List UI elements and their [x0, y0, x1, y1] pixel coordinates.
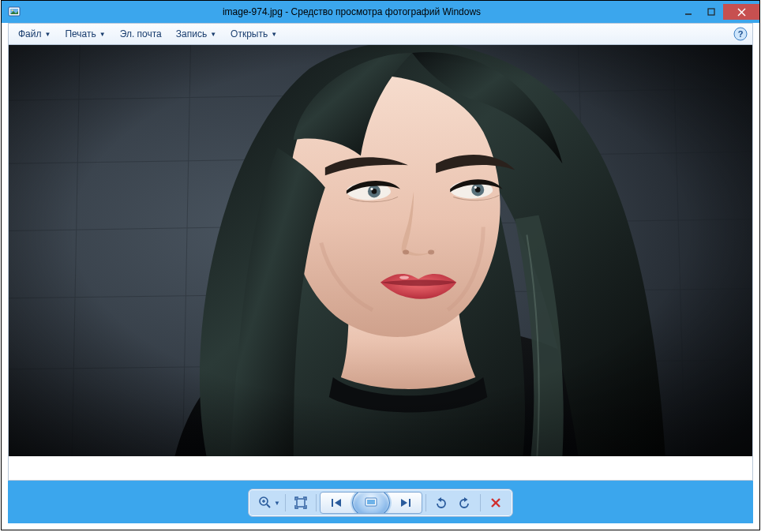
client-area: Файл▼ Печать▼ Эл. почта Запись▼ Открыть▼… [8, 23, 753, 523]
menu-open-label: Открыть [231, 28, 268, 39]
minimize-button[interactable] [677, 4, 699, 20]
slideshow-button[interactable] [352, 492, 390, 514]
delete-button[interactable] [484, 493, 508, 513]
svg-line-32 [267, 504, 270, 508]
previous-button[interactable] [321, 493, 354, 513]
svg-text:?: ? [738, 29, 744, 39]
chevron-down-icon: ▼ [45, 31, 51, 38]
chevron-down-icon: ▼ [210, 31, 216, 38]
menu-burn-label: Запись [176, 28, 207, 39]
zoom-chevron-icon[interactable]: ▼ [274, 500, 280, 507]
control-toolbar: ▼ [248, 489, 513, 517]
menu-open[interactable]: Открыть▼ [224, 27, 283, 41]
displayed-photo [9, 45, 752, 456]
window-title: image-974.jpg - Средство просмотра фотог… [27, 6, 677, 17]
window-caption-buttons [677, 4, 759, 20]
chevron-down-icon: ▼ [271, 31, 277, 38]
svg-line-6 [738, 9, 745, 16]
menu-email-label: Эл. почта [120, 28, 162, 39]
separator [480, 494, 481, 511]
svg-rect-35 [297, 499, 305, 507]
close-button[interactable] [723, 4, 759, 20]
rotate-cw-button[interactable] [453, 493, 477, 513]
image-viewport[interactable] [8, 45, 753, 481]
svg-line-5 [738, 9, 745, 16]
maximize-button[interactable] [700, 4, 722, 20]
separator [425, 494, 426, 511]
titlebar[interactable]: image-974.jpg - Средство просмотра фотог… [2, 1, 759, 23]
next-button[interactable] [388, 493, 422, 513]
svg-rect-36 [332, 499, 333, 507]
menu-print[interactable]: Печать▼ [58, 27, 111, 41]
svg-rect-39 [368, 507, 374, 508]
svg-rect-38 [367, 500, 375, 504]
photo-viewer-window: image-974.jpg - Средство просмотра фотог… [1, 0, 760, 530]
svg-rect-40 [409, 499, 410, 507]
actual-size-button[interactable] [289, 493, 313, 513]
navigation-group [320, 492, 422, 514]
svg-rect-4 [708, 9, 714, 15]
menu-burn[interactable]: Запись▼ [170, 27, 223, 41]
separator [285, 494, 286, 511]
menubar: Файл▼ Печать▼ Эл. почта Запись▼ Открыть▼… [8, 23, 753, 45]
app-icon [8, 6, 21, 18]
menu-email[interactable]: Эл. почта [114, 27, 168, 41]
svg-point-2 [12, 9, 13, 11]
menu-print-label: Печать [65, 28, 96, 39]
svg-rect-30 [9, 45, 752, 456]
rotate-ccw-button[interactable] [429, 493, 453, 513]
menu-file-label: Файл [18, 28, 42, 39]
menu-file[interactable]: Файл▼ [12, 27, 57, 41]
chevron-down-icon: ▼ [99, 31, 106, 38]
help-button[interactable]: ? [733, 27, 748, 41]
separator [316, 494, 317, 511]
controls-area: ▼ [8, 482, 753, 523]
